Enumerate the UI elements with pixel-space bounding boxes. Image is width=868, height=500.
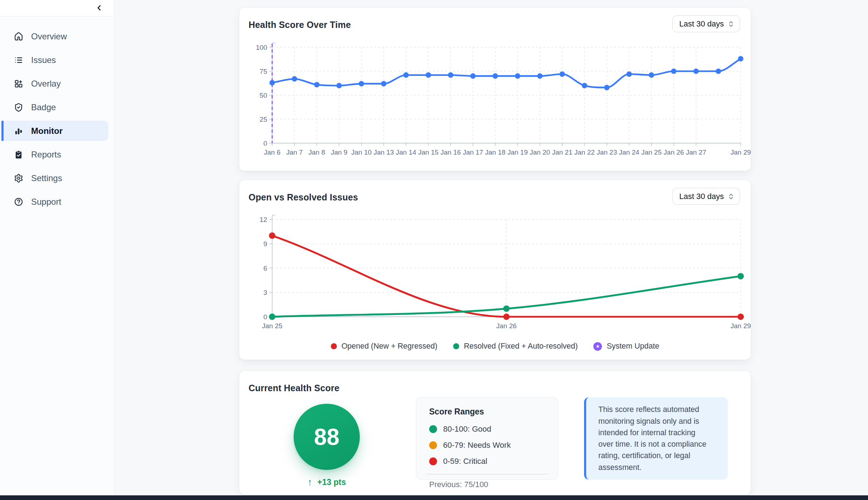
svg-text:Jan 29: Jan 29 [730,322,751,330]
svg-text:Jan 24: Jan 24 [619,149,639,156]
score-delta: ↑ +13 pts [283,477,371,488]
score-range-label: 80-100: Good [443,424,491,434]
svg-text:Jan 25: Jan 25 [262,322,282,330]
svg-text:0: 0 [263,140,267,147]
sidebar-item-label: Support [31,197,61,207]
sidebar-item-label: Badge [31,102,56,112]
list-icon [14,55,23,65]
home-icon [14,31,23,41]
svg-text:25: 25 [260,116,267,123]
bar-chart-icon [14,126,23,136]
current-health-score-card: Current Health Score 88 ↑ +13 pts Score … [239,370,751,495]
score-range-good: 80-100: Good [429,424,547,434]
score-ranges-title: Score Ranges [429,407,547,417]
svg-text:Jan 18: Jan 18 [485,149,505,156]
sidebar-header [0,0,114,16]
score-range-critical: 0-59: Critical [429,457,547,466]
legend-item-system-update: ★ System Update [593,342,659,351]
chevrons-up-down-icon [727,20,735,28]
legend-label: System Update [607,342,659,351]
svg-text:12: 12 [260,216,267,223]
sidebar-item-overview[interactable]: Overview [1,26,108,47]
svg-text:Jan 16: Jan 16 [441,149,461,156]
chevrons-up-down-icon [727,193,735,200]
svg-text:Jan 22: Jan 22 [574,149,595,156]
critical-dot-icon [429,457,437,465]
sidebar-item-monitor[interactable]: Monitor [1,121,108,141]
sidebar-item-label: Reports [31,150,61,160]
sidebar: Overview Issues Overlay Badge [0,0,114,500]
health-score-over-time-card: Jan 6Jan 7Jan 8Jan 9Jan 10Jan 13Jan 14Ja… [239,7,751,171]
previous-score: Previous: 75/100 [429,480,547,489]
resolved-dot-icon [453,343,459,349]
sidebar-item-support[interactable]: Support [1,191,108,212]
svg-text:75: 75 [260,68,267,75]
svg-text:Jan 6: Jan 6 [264,149,280,156]
needs-work-dot-icon [429,441,437,449]
svg-text:Jan 19: Jan 19 [507,149,528,156]
sidebar-item-label: Issues [31,55,56,65]
sidebar-item-reports[interactable]: Reports [1,144,108,165]
chart-legend: Opened (New + Regressed) Resolved (Fixed… [239,342,751,351]
legend-label: Opened (New + Regressed) [342,342,437,351]
issues-chart: Jan 25Jan 26Jan 29036912 [239,180,751,360]
card-title: Current Health Score [249,383,339,393]
svg-text:Jan 26: Jan 26 [496,322,516,330]
svg-text:Jan 26: Jan 26 [663,149,684,156]
clipboard-check-icon [14,150,23,159]
sidebar-item-settings[interactable]: Settings [1,168,108,188]
divider [426,474,548,475]
svg-text:Jan 13: Jan 13 [373,149,394,156]
svg-text:Jan 15: Jan 15 [418,149,438,156]
sidebar-item-label: Overlay [31,79,61,89]
sidebar-item-label: Overview [31,31,67,42]
sidebar-item-badge[interactable]: Badge [1,97,108,117]
opened-dot-icon [331,343,337,349]
score-range-label: 60-79: Needs Work [443,441,511,450]
svg-text:Jan 27: Jan 27 [686,149,706,156]
legend-item-opened: Opened (New + Regressed) [331,342,437,351]
score-range-needs-work: 60-79: Needs Work [429,441,547,450]
svg-text:Jan 10: Jan 10 [351,149,372,156]
open-vs-resolved-card: Jan 25Jan 26Jan 29036912 Open vs Resolve… [239,180,751,360]
legend-label: Resolved (Fixed + Auto-resolved) [464,342,578,351]
svg-text:9: 9 [263,240,267,248]
svg-text:0: 0 [263,313,267,321]
sidebar-item-label: Monitor [31,126,63,136]
card-title: Open vs Resolved Issues [249,192,358,203]
health-score-circle: 88 [294,404,360,470]
bottom-bar [0,495,868,500]
system-update-star-icon: ★ [593,342,602,351]
score-range-label: 0-59: Critical [443,457,487,466]
sidebar-item-issues[interactable]: Issues [1,50,108,70]
health-score-value: 88 [314,424,339,450]
legend-item-resolved: Resolved (Fixed + Auto-resolved) [453,342,578,351]
svg-text:Jan 7: Jan 7 [286,149,303,156]
svg-text:Jan 29: Jan 29 [730,149,751,156]
sidebar-collapse-button[interactable] [92,1,106,15]
sidebar-item-overlay[interactable]: Overlay [1,73,108,94]
svg-text:100: 100 [256,44,267,51]
grid-plus-icon [14,79,23,88]
good-dot-icon [429,425,437,433]
sidebar-nav: Overview Issues Overlay Badge [0,16,114,212]
svg-text:Jan 20: Jan 20 [530,149,550,156]
trend-up-icon: ↑ [308,477,313,488]
range-dropdown-issues[interactable]: Last 30 days [672,188,740,205]
svg-text:Jan 9: Jan 9 [331,149,347,156]
svg-text:Jan 25: Jan 25 [641,149,662,156]
chevron-left-icon [95,4,103,12]
score-ranges-panel: Score Ranges 80-100: Good 60-79: Needs W… [416,397,558,480]
svg-text:3: 3 [263,289,267,296]
svg-text:Jan 14: Jan 14 [396,149,416,156]
svg-text:Jan 8: Jan 8 [309,149,325,156]
range-dropdown-health[interactable]: Last 30 days [672,15,740,32]
card-title: Health Score Over Time [249,20,351,30]
score-disclaimer: This score reflects automated monitoring… [584,397,728,480]
help-circle-icon [14,197,23,207]
svg-text:Jan 23: Jan 23 [597,149,617,156]
gear-icon [14,173,23,183]
svg-text:Jan 17: Jan 17 [463,149,483,156]
score-disclaimer-text: This score reflects automated monitoring… [598,404,707,473]
sidebar-item-label: Settings [31,173,62,183]
